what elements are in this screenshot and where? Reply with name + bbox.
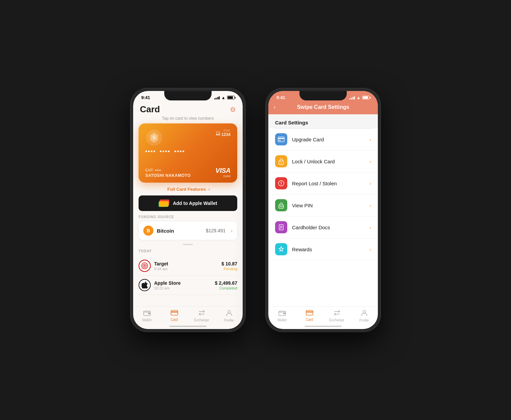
upgrade-card-label: Upgrade Card xyxy=(292,137,365,142)
settings-rewards[interactable]: Rewards › xyxy=(268,238,378,260)
cardholder-docs-chevron: › xyxy=(370,225,371,230)
card-nav-icon-right xyxy=(306,310,313,317)
svg-rect-31 xyxy=(306,311,313,312)
upgrade-card-chevron: › xyxy=(370,137,371,142)
notch-right xyxy=(299,91,347,100)
card-page-title: Card xyxy=(140,104,160,115)
funding-name: Bitcoin xyxy=(157,228,202,234)
scroll-indicator xyxy=(133,242,243,247)
report-lost-chevron: › xyxy=(370,181,371,186)
settings-view-pin[interactable]: PIN View PIN › xyxy=(268,194,378,216)
exchange-nav-label: Exchange xyxy=(194,318,209,322)
right-screen: 9:41 ▲ ‹ Swipe Card Settings xyxy=(268,91,378,329)
svg-rect-29 xyxy=(283,313,285,314)
back-chevron: ‹ xyxy=(274,104,275,110)
apple-status: Completed xyxy=(215,286,237,290)
left-app-content: Card ⚙ Tap on card to view numbers S CVV… xyxy=(133,101,243,306)
time-right: 9:41 xyxy=(276,95,285,100)
today-label: TODAY xyxy=(139,249,237,253)
target-status: Pending xyxy=(221,267,237,271)
visa-label: VISA xyxy=(215,167,230,174)
target-name: Target xyxy=(154,261,218,266)
target-time: 9:34 am xyxy=(154,267,218,271)
nav-exchange-left[interactable]: Exchange xyxy=(188,310,215,322)
cardholder-name: SATOSHI NAKAMOTO xyxy=(145,173,191,178)
apple-merchant-icon xyxy=(139,279,151,291)
settings-upgrade-card[interactable]: Upgrade Card › xyxy=(268,129,378,150)
svg-point-8 xyxy=(144,265,145,266)
view-pin-chevron: › xyxy=(370,203,371,208)
settings-list: Upgrade Card › Lock / Unlock Card › xyxy=(268,129,378,306)
transaction-target[interactable]: Target 9:34 am $ 10.87 Pending xyxy=(139,256,237,276)
apple-name: Apple Store xyxy=(154,280,212,286)
bitcoin-icon: B xyxy=(143,226,153,236)
svg-rect-14 xyxy=(278,137,284,142)
view-pin-label: View PIN xyxy=(292,203,365,208)
rewards-icon xyxy=(275,243,287,255)
signal-icon-left xyxy=(214,96,220,99)
target-amount-value: $ 10.87 xyxy=(221,261,237,266)
funding-amount: $129.491 xyxy=(206,228,225,233)
card-nav-icon xyxy=(171,310,178,317)
rewards-chevron: › xyxy=(370,247,371,252)
exchange-nav-label-right: Exchange xyxy=(329,318,344,322)
target-amount: $ 10.87 Pending xyxy=(221,261,237,271)
rewards-label: Rewards xyxy=(292,247,365,252)
left-screen: 9:41 ▲ Card ⚙ Tap on card t xyxy=(133,91,243,329)
contactless-icon: ))) xyxy=(216,130,220,136)
settings-section-label: Card Settings xyxy=(268,114,378,128)
credit-card[interactable]: S CVV: ••• 1234 ))) xyxy=(139,123,237,183)
card-exp-name: EXP: ••/•• SATOSHI NAKAMOTO xyxy=(145,168,191,178)
funding-item[interactable]: B Bitcoin $129.491 › xyxy=(139,221,237,240)
time-left: 9:41 xyxy=(141,95,150,100)
card-number-row xyxy=(145,150,230,152)
full-features-text: Full Card Features › xyxy=(166,187,210,192)
nav-wallet-right[interactable]: Wallet xyxy=(268,310,296,322)
svg-rect-16 xyxy=(279,140,281,141)
svg-point-32 xyxy=(363,310,366,313)
wallet-nav-icon-right xyxy=(278,310,286,318)
svg-rect-11 xyxy=(171,310,178,315)
back-button[interactable]: ‹ xyxy=(274,104,275,110)
settings-cardholder-docs[interactable]: Cardholder Docs › xyxy=(268,216,378,238)
full-features-link[interactable]: Full Card Features › xyxy=(133,183,243,195)
transactions-section: TODAY Target 9:34 am xyxy=(133,247,243,306)
svg-text:S: S xyxy=(152,135,155,140)
nav-exchange-right[interactable]: Exchange xyxy=(323,310,350,322)
lock-unlock-label: Lock / Unlock Card xyxy=(292,159,365,164)
apple-time: 10:22 am xyxy=(154,286,212,290)
nav-profile-left[interactable]: Profile xyxy=(215,309,243,322)
nav-profile-right[interactable]: Profile xyxy=(350,309,378,322)
funding-section: FUNDING SOURCE B Bitcoin $129.491 › xyxy=(133,215,243,242)
apple-info: Apple Store 10:22 am xyxy=(154,280,212,290)
profile-nav-label: Profile xyxy=(224,319,234,322)
card-nav-label-right: Card xyxy=(306,318,313,322)
card-nav-label: Card xyxy=(171,318,178,322)
apple-amount-value: $ 2,499.67 xyxy=(215,280,237,286)
apple-wallet-button[interactable]: Add to Apple Wallet xyxy=(139,195,237,211)
card-dots-1 xyxy=(145,150,155,152)
svg-rect-30 xyxy=(306,310,313,315)
settings-lock-unlock[interactable]: Lock / Unlock Card › xyxy=(268,150,378,172)
svg-rect-5 xyxy=(159,201,169,207)
status-icons-left: ▲ xyxy=(214,95,235,100)
apple-wallet-text: Add to Apple Wallet xyxy=(173,201,217,206)
wallet-nav-icon xyxy=(143,310,151,318)
transaction-apple[interactable]: Apple Store 10:22 am $ 2,499.67 Complete… xyxy=(139,276,237,295)
report-lost-icon xyxy=(275,177,287,189)
nav-card-left[interactable]: Card xyxy=(161,310,188,322)
settings-title: Swipe Card Settings xyxy=(297,104,349,110)
funding-chevron: › xyxy=(231,228,233,233)
visa-sub: Debit xyxy=(215,174,230,178)
funding-label: FUNDING SOURCE xyxy=(139,215,237,219)
settings-report-lost[interactable]: Report Lost / Stolen › xyxy=(268,172,378,194)
battery-icon-right xyxy=(362,96,370,99)
svg-text:PIN: PIN xyxy=(279,206,283,208)
gear-icon[interactable]: ⚙ xyxy=(230,106,236,114)
nav-card-right[interactable]: Card xyxy=(296,310,323,322)
battery-icon-left xyxy=(227,96,235,99)
card-header: Card ⚙ xyxy=(133,101,243,116)
apple-amount: $ 2,499.67 Completed xyxy=(215,280,237,290)
exp-label: EXP: xyxy=(145,168,154,172)
nav-wallet-left[interactable]: Wallet xyxy=(133,310,161,322)
